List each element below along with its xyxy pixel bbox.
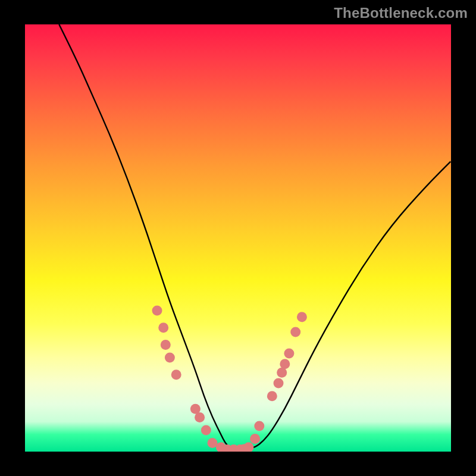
curve-marker (243, 442, 253, 452)
marker-group (152, 306, 307, 452)
curve-marker (239, 444, 249, 452)
curve-marker (228, 444, 239, 452)
chart-frame: TheBottleneck.com (0, 0, 476, 476)
curve-marker (290, 327, 300, 337)
curve-marker (201, 425, 211, 436)
curve-marker (235, 444, 245, 452)
curve-marker (297, 312, 307, 322)
curve-marker (267, 391, 277, 401)
curve-marker (280, 359, 290, 369)
curve-marker (216, 442, 226, 452)
curve-marker (152, 306, 162, 316)
curve-layer (25, 24, 451, 452)
bottleneck-curve (59, 24, 451, 449)
curve-marker (208, 438, 218, 448)
curve-marker (165, 353, 175, 363)
curve-marker (250, 434, 260, 444)
curve-marker (158, 322, 168, 333)
curve-marker (277, 368, 287, 378)
curve-marker (161, 340, 171, 350)
curve-marker (171, 369, 181, 380)
curve-marker (254, 421, 264, 431)
plot-area (25, 24, 451, 452)
curve-marker (195, 412, 205, 422)
curve-marker (223, 444, 233, 452)
curve-marker (274, 378, 284, 389)
curve-marker (190, 404, 201, 414)
curve-marker (284, 348, 294, 358)
watermark-text: TheBottleneck.com (334, 5, 468, 21)
